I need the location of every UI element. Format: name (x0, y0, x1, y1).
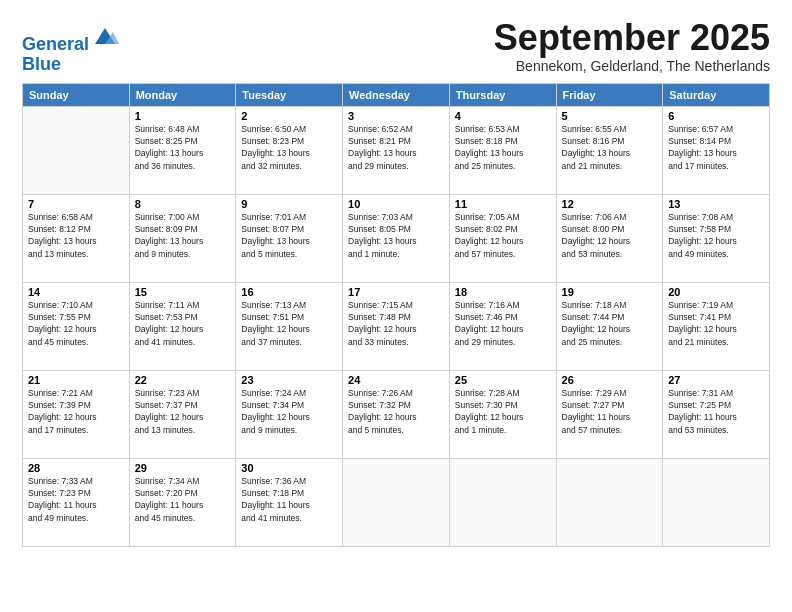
title-block: September 2025 Bennekom, Gelderland, The… (494, 18, 770, 74)
day-number: 27 (668, 374, 764, 386)
day-number: 21 (28, 374, 124, 386)
table-row: 6Sunrise: 6:57 AM Sunset: 8:14 PM Daylig… (663, 106, 770, 194)
day-number: 15 (135, 286, 231, 298)
day-info: Sunrise: 7:19 AM Sunset: 7:41 PM Dayligh… (668, 299, 764, 348)
page: General Blue September 2025 Bennekom, Ge… (0, 0, 792, 612)
day-info: Sunrise: 7:33 AM Sunset: 7:23 PM Dayligh… (28, 475, 124, 524)
day-info: Sunrise: 6:57 AM Sunset: 8:14 PM Dayligh… (668, 123, 764, 172)
day-info: Sunrise: 6:48 AM Sunset: 8:25 PM Dayligh… (135, 123, 231, 172)
table-row: 16Sunrise: 7:13 AM Sunset: 7:51 PM Dayli… (236, 282, 343, 370)
day-number: 12 (562, 198, 658, 210)
day-info: Sunrise: 7:23 AM Sunset: 7:37 PM Dayligh… (135, 387, 231, 436)
day-number: 30 (241, 462, 337, 474)
header: General Blue September 2025 Bennekom, Ge… (22, 18, 770, 75)
table-row: 18Sunrise: 7:16 AM Sunset: 7:46 PM Dayli… (449, 282, 556, 370)
day-number: 24 (348, 374, 444, 386)
day-info: Sunrise: 7:36 AM Sunset: 7:18 PM Dayligh… (241, 475, 337, 524)
table-row (449, 458, 556, 546)
day-info: Sunrise: 6:52 AM Sunset: 8:21 PM Dayligh… (348, 123, 444, 172)
day-info: Sunrise: 7:18 AM Sunset: 7:44 PM Dayligh… (562, 299, 658, 348)
table-row: 5Sunrise: 6:55 AM Sunset: 8:16 PM Daylig… (556, 106, 663, 194)
day-info: Sunrise: 7:05 AM Sunset: 8:02 PM Dayligh… (455, 211, 551, 260)
table-row: 4Sunrise: 6:53 AM Sunset: 8:18 PM Daylig… (449, 106, 556, 194)
table-row (23, 106, 130, 194)
day-info: Sunrise: 7:08 AM Sunset: 7:58 PM Dayligh… (668, 211, 764, 260)
table-row: 8Sunrise: 7:00 AM Sunset: 8:09 PM Daylig… (129, 194, 236, 282)
table-row: 19Sunrise: 7:18 AM Sunset: 7:44 PM Dayli… (556, 282, 663, 370)
day-info: Sunrise: 7:29 AM Sunset: 7:27 PM Dayligh… (562, 387, 658, 436)
day-info: Sunrise: 7:11 AM Sunset: 7:53 PM Dayligh… (135, 299, 231, 348)
day-number: 29 (135, 462, 231, 474)
table-row: 14Sunrise: 7:10 AM Sunset: 7:55 PM Dayli… (23, 282, 130, 370)
day-info: Sunrise: 7:15 AM Sunset: 7:48 PM Dayligh… (348, 299, 444, 348)
day-info: Sunrise: 6:50 AM Sunset: 8:23 PM Dayligh… (241, 123, 337, 172)
table-row: 21Sunrise: 7:21 AM Sunset: 7:39 PM Dayli… (23, 370, 130, 458)
calendar-table: Sunday Monday Tuesday Wednesday Thursday… (22, 83, 770, 547)
table-row: 7Sunrise: 6:58 AM Sunset: 8:12 PM Daylig… (23, 194, 130, 282)
day-number: 22 (135, 374, 231, 386)
day-number: 20 (668, 286, 764, 298)
logo-icon (91, 22, 119, 50)
col-wednesday: Wednesday (343, 83, 450, 106)
logo-line1: General (22, 34, 89, 54)
day-number: 3 (348, 110, 444, 122)
table-row: 25Sunrise: 7:28 AM Sunset: 7:30 PM Dayli… (449, 370, 556, 458)
table-row: 30Sunrise: 7:36 AM Sunset: 7:18 PM Dayli… (236, 458, 343, 546)
calendar-week-row: 7Sunrise: 6:58 AM Sunset: 8:12 PM Daylig… (23, 194, 770, 282)
day-number: 28 (28, 462, 124, 474)
day-number: 11 (455, 198, 551, 210)
col-thursday: Thursday (449, 83, 556, 106)
table-row (343, 458, 450, 546)
day-info: Sunrise: 7:00 AM Sunset: 8:09 PM Dayligh… (135, 211, 231, 260)
day-number: 13 (668, 198, 764, 210)
day-info: Sunrise: 7:06 AM Sunset: 8:00 PM Dayligh… (562, 211, 658, 260)
day-number: 6 (668, 110, 764, 122)
day-info: Sunrise: 7:10 AM Sunset: 7:55 PM Dayligh… (28, 299, 124, 348)
col-sunday: Sunday (23, 83, 130, 106)
table-row: 1Sunrise: 6:48 AM Sunset: 8:25 PM Daylig… (129, 106, 236, 194)
day-info: Sunrise: 7:31 AM Sunset: 7:25 PM Dayligh… (668, 387, 764, 436)
table-row: 17Sunrise: 7:15 AM Sunset: 7:48 PM Dayli… (343, 282, 450, 370)
day-info: Sunrise: 7:34 AM Sunset: 7:20 PM Dayligh… (135, 475, 231, 524)
col-monday: Monday (129, 83, 236, 106)
day-info: Sunrise: 7:28 AM Sunset: 7:30 PM Dayligh… (455, 387, 551, 436)
day-number: 25 (455, 374, 551, 386)
day-number: 14 (28, 286, 124, 298)
month-title: September 2025 (494, 18, 770, 58)
day-number: 8 (135, 198, 231, 210)
day-number: 4 (455, 110, 551, 122)
day-info: Sunrise: 7:16 AM Sunset: 7:46 PM Dayligh… (455, 299, 551, 348)
day-number: 16 (241, 286, 337, 298)
table-row: 9Sunrise: 7:01 AM Sunset: 8:07 PM Daylig… (236, 194, 343, 282)
col-friday: Friday (556, 83, 663, 106)
table-row: 23Sunrise: 7:24 AM Sunset: 7:34 PM Dayli… (236, 370, 343, 458)
table-row: 12Sunrise: 7:06 AM Sunset: 8:00 PM Dayli… (556, 194, 663, 282)
day-number: 1 (135, 110, 231, 122)
table-row: 24Sunrise: 7:26 AM Sunset: 7:32 PM Dayli… (343, 370, 450, 458)
table-row (556, 458, 663, 546)
day-number: 17 (348, 286, 444, 298)
table-row: 22Sunrise: 7:23 AM Sunset: 7:37 PM Dayli… (129, 370, 236, 458)
day-info: Sunrise: 7:03 AM Sunset: 8:05 PM Dayligh… (348, 211, 444, 260)
table-row: 27Sunrise: 7:31 AM Sunset: 7:25 PM Dayli… (663, 370, 770, 458)
day-info: Sunrise: 7:26 AM Sunset: 7:32 PM Dayligh… (348, 387, 444, 436)
day-info: Sunrise: 7:01 AM Sunset: 8:07 PM Dayligh… (241, 211, 337, 260)
table-row: 13Sunrise: 7:08 AM Sunset: 7:58 PM Dayli… (663, 194, 770, 282)
table-row: 3Sunrise: 6:52 AM Sunset: 8:21 PM Daylig… (343, 106, 450, 194)
table-row: 11Sunrise: 7:05 AM Sunset: 8:02 PM Dayli… (449, 194, 556, 282)
day-info: Sunrise: 7:21 AM Sunset: 7:39 PM Dayligh… (28, 387, 124, 436)
day-info: Sunrise: 7:24 AM Sunset: 7:34 PM Dayligh… (241, 387, 337, 436)
col-saturday: Saturday (663, 83, 770, 106)
calendar-week-row: 14Sunrise: 7:10 AM Sunset: 7:55 PM Dayli… (23, 282, 770, 370)
day-info: Sunrise: 7:13 AM Sunset: 7:51 PM Dayligh… (241, 299, 337, 348)
calendar-header-row: Sunday Monday Tuesday Wednesday Thursday… (23, 83, 770, 106)
day-number: 23 (241, 374, 337, 386)
logo-line2: Blue (22, 55, 119, 75)
calendar-week-row: 21Sunrise: 7:21 AM Sunset: 7:39 PM Dayli… (23, 370, 770, 458)
table-row: 28Sunrise: 7:33 AM Sunset: 7:23 PM Dayli… (23, 458, 130, 546)
table-row: 26Sunrise: 7:29 AM Sunset: 7:27 PM Dayli… (556, 370, 663, 458)
logo: General Blue (22, 22, 119, 75)
calendar-week-row: 28Sunrise: 7:33 AM Sunset: 7:23 PM Dayli… (23, 458, 770, 546)
day-number: 10 (348, 198, 444, 210)
table-row: 10Sunrise: 7:03 AM Sunset: 8:05 PM Dayli… (343, 194, 450, 282)
